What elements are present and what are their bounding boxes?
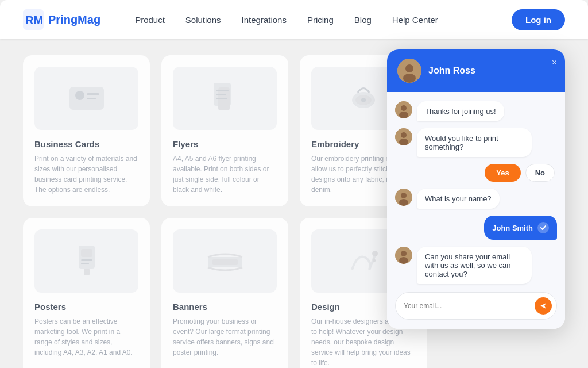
svg-point-31: [399, 112, 408, 118]
user-name-bubble: John Smith: [484, 216, 557, 240]
chat-close-button[interactable]: ×: [552, 57, 557, 68]
svg-point-25: [372, 251, 378, 256]
chat-body: Thanks for joining us! Would you like to…: [387, 92, 565, 329]
card-flyers: Flyers A4, A5 and A6 flyer printing avai…: [161, 55, 288, 206]
check-icon: [537, 222, 549, 233]
no-button[interactable]: No: [525, 164, 555, 182]
chat-message-1: Thanks for joining us!: [395, 101, 557, 121]
nav-helpcenter[interactable]: Help Center: [392, 15, 438, 25]
card-flyers-title: Flyers: [173, 139, 277, 149]
svg-point-36: [401, 193, 407, 198]
svg-point-39: [401, 251, 407, 256]
svg-point-3: [75, 91, 84, 100]
svg-rect-21: [81, 263, 89, 264]
svg-point-34: [399, 139, 408, 145]
svg-point-33: [401, 132, 407, 138]
logo-icon: RM: [23, 9, 44, 30]
send-icon: [539, 302, 547, 310]
design-icon: [341, 241, 386, 281]
card-banners-desc: Promoting your business or event? Our la…: [173, 316, 277, 358]
business-cards-icon-area: [34, 67, 138, 130]
nav-pricing[interactable]: Pricing: [307, 15, 334, 25]
msg-text-4: Can you share your email with us as well…: [417, 247, 532, 284]
card-business-cards: Business Cards Print on a variety of mat…: [23, 55, 150, 206]
svg-rect-19: [81, 249, 92, 257]
flyers-icon-area: [173, 67, 277, 130]
main-nav: Product Solutions Integrations Pricing B…: [135, 15, 512, 25]
chat-header: John Ross ×: [387, 49, 565, 92]
header: RM PringMag Product Solutions Integratio…: [0, 0, 588, 39]
nav-product[interactable]: Product: [135, 15, 165, 25]
msg-bubble-4: Can you share your email with us as well…: [417, 247, 532, 284]
msg-text-1: Thanks for joining us!: [417, 101, 504, 121]
msg-avatar-1: [395, 101, 412, 118]
svg-point-37: [399, 199, 408, 206]
svg-rect-20: [81, 259, 92, 261]
chat-widget: John Ross × Thanks for joining us!: [387, 49, 565, 329]
flyer-icon: [202, 78, 248, 118]
user-name-text: John Smith: [492, 224, 533, 232]
card-posters-desc: Posters can be an effective marketing to…: [34, 316, 138, 358]
msg-bubble-1: Thanks for joining us!: [417, 101, 504, 121]
poster-icon: [64, 241, 110, 281]
agent-name: John Ross: [428, 66, 475, 76]
chat-message-3: What is your name?: [395, 189, 557, 209]
msg-text-2: Would you like to print something?: [417, 128, 532, 157]
posters-icon-area: [34, 229, 138, 293]
svg-rect-10: [216, 98, 227, 99]
svg-point-40: [399, 257, 408, 264]
embroidery-icon: [341, 78, 386, 118]
svg-rect-9: [216, 94, 226, 95]
svg-point-13: [361, 98, 366, 102]
card-business-cards-desc: Print on a variety of materials and size…: [34, 154, 138, 195]
chat-message-2: Would you like to print something?: [395, 128, 557, 157]
login-button[interactable]: Log in: [512, 9, 565, 30]
card-flyers-desc: A4, A5 and A6 flyer printing available. …: [173, 154, 277, 195]
card-posters-title: Posters: [34, 302, 138, 312]
yes-no-buttons: Yes No: [395, 164, 557, 182]
msg-bubble-3: What is your name?: [417, 189, 500, 209]
svg-point-28: [403, 74, 416, 83]
msg-bubble-2: Would you like to print something?: [417, 128, 532, 157]
card-banners-title: Banners: [173, 302, 277, 312]
card-posters: Posters Posters can be an effective mark…: [23, 218, 150, 368]
svg-rect-4: [87, 93, 99, 95]
svg-rect-24: [212, 259, 238, 265]
email-input-row: [395, 292, 557, 320]
user-name-reply: John Smith: [395, 216, 557, 240]
logo-text: PringMag: [48, 13, 100, 26]
svg-point-27: [405, 64, 413, 72]
svg-rect-8: [216, 90, 229, 91]
logo-area: RM PringMag: [23, 9, 100, 30]
chat-message-4: Can you share your email with us as well…: [395, 247, 557, 284]
msg-avatar-2: [395, 128, 412, 145]
banners-icon-area: [173, 229, 277, 293]
nav-integrations[interactable]: Integrations: [242, 15, 287, 25]
svg-text:RM: RM: [25, 14, 43, 26]
svg-rect-2: [69, 87, 104, 110]
email-input[interactable]: [404, 302, 535, 310]
agent-avatar: [397, 59, 421, 83]
card-banners: Banners Promoting your business or event…: [161, 218, 288, 368]
main-content: Business Cards Print on a variety of mat…: [0, 39, 588, 368]
business-card-icon: [64, 78, 110, 118]
msg-text-3: What is your name?: [417, 189, 500, 209]
svg-point-30: [401, 105, 407, 111]
card-business-cards-title: Business Cards: [34, 139, 138, 149]
svg-rect-5: [87, 98, 96, 99]
nav-blog[interactable]: Blog: [354, 15, 372, 25]
yes-button[interactable]: Yes: [485, 164, 520, 182]
svg-rect-22: [84, 269, 90, 275]
msg-avatar-3: [395, 189, 412, 206]
email-send-button[interactable]: [535, 297, 552, 315]
nav-solutions[interactable]: Solutions: [185, 15, 221, 25]
msg-avatar-4: [395, 247, 412, 264]
banner-icon: [202, 241, 248, 281]
